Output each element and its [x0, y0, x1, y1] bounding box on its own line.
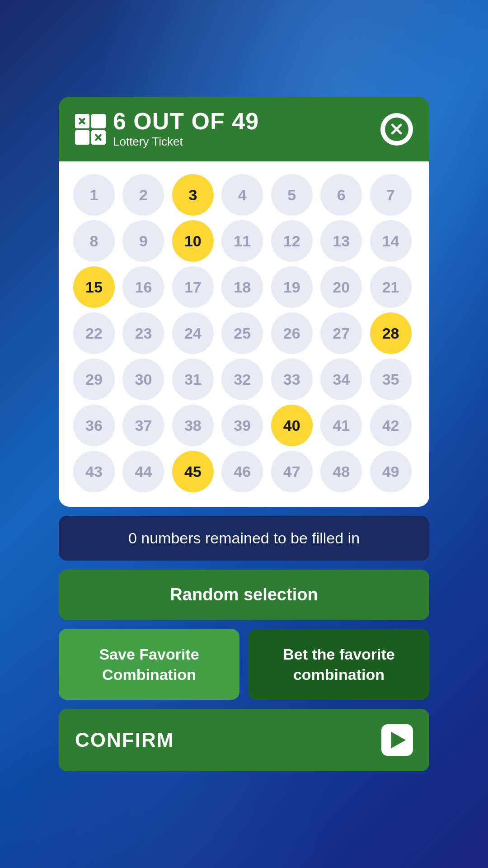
icon-cell-2: [91, 114, 106, 128]
status-text: 0 numbers remained to be filled in: [128, 529, 360, 547]
confirm-label: CONFIRM: [75, 729, 174, 751]
ticket-body: 1234567891011121314151617181920212223242…: [59, 161, 429, 507]
header-left: 6 OUT OF 49 Lottery Ticket: [75, 109, 259, 149]
number-cell-11[interactable]: 11: [221, 220, 263, 262]
bet-favorite-button[interactable]: Bet the favorite combination: [249, 629, 429, 699]
number-cell-6[interactable]: 6: [320, 174, 362, 216]
number-cell-45[interactable]: 45: [172, 451, 214, 492]
title-group: 6 OUT OF 49 Lottery Ticket: [113, 109, 259, 149]
random-selection-button[interactable]: Random selection: [59, 570, 429, 620]
number-cell-23[interactable]: 23: [122, 312, 164, 354]
save-favorite-button[interactable]: Save Favorite Combination: [59, 629, 239, 699]
number-cell-44[interactable]: 44: [122, 451, 164, 492]
number-cell-7[interactable]: 7: [370, 174, 412, 216]
number-cell-38[interactable]: 38: [172, 405, 214, 446]
number-cell-4[interactable]: 4: [221, 174, 263, 216]
number-cell-12[interactable]: 12: [271, 220, 313, 262]
number-cell-21[interactable]: 21: [370, 266, 412, 308]
number-cell-28[interactable]: 28: [370, 312, 412, 354]
number-cell-35[interactable]: 35: [370, 359, 412, 400]
game-subtitle: Lottery Ticket: [113, 135, 259, 149]
number-cell-16[interactable]: 16: [122, 266, 164, 308]
number-cell-3[interactable]: 3: [172, 174, 214, 216]
action-buttons: Save Favorite Combination Bet the favori…: [59, 629, 429, 699]
number-cell-19[interactable]: 19: [271, 266, 313, 308]
status-bar: 0 numbers remained to be filled in: [59, 516, 429, 561]
game-title: 6 OUT OF 49: [113, 109, 259, 133]
number-cell-13[interactable]: 13: [320, 220, 362, 262]
number-cell-24[interactable]: 24: [172, 312, 214, 354]
number-cell-34[interactable]: 34: [320, 359, 362, 400]
number-cell-36[interactable]: 36: [73, 405, 115, 446]
number-cell-30[interactable]: 30: [122, 359, 164, 400]
number-cell-10[interactable]: 10: [172, 220, 214, 262]
icon-cell-3: [75, 130, 89, 145]
number-cell-5[interactable]: 5: [271, 174, 313, 216]
play-triangle: [391, 732, 406, 748]
number-cell-25[interactable]: 25: [221, 312, 263, 354]
lottery-icon: [75, 114, 106, 145]
number-cell-32[interactable]: 32: [221, 359, 263, 400]
number-cell-43[interactable]: 43: [73, 451, 115, 492]
number-cell-20[interactable]: 20: [320, 266, 362, 308]
number-cell-46[interactable]: 46: [221, 451, 263, 492]
modal-header: 6 OUT OF 49 Lottery Ticket: [59, 97, 429, 161]
close-button[interactable]: [380, 113, 413, 146]
number-cell-33[interactable]: 33: [271, 359, 313, 400]
number-cell-1[interactable]: 1: [73, 174, 115, 216]
icon-cell-1: [75, 114, 89, 128]
number-cell-8[interactable]: 8: [73, 220, 115, 262]
number-cell-15[interactable]: 15: [73, 266, 115, 308]
number-cell-49[interactable]: 49: [370, 451, 412, 492]
number-cell-48[interactable]: 48: [320, 451, 362, 492]
number-cell-9[interactable]: 9: [122, 220, 164, 262]
number-cell-29[interactable]: 29: [73, 359, 115, 400]
confirm-button[interactable]: CONFIRM: [59, 709, 429, 771]
number-cell-22[interactable]: 22: [73, 312, 115, 354]
number-cell-17[interactable]: 17: [172, 266, 214, 308]
number-cell-27[interactable]: 27: [320, 312, 362, 354]
number-cell-2[interactable]: 2: [122, 174, 164, 216]
number-cell-41[interactable]: 41: [320, 405, 362, 446]
number-cell-39[interactable]: 39: [221, 405, 263, 446]
number-cell-18[interactable]: 18: [221, 266, 263, 308]
numbers-grid: 1234567891011121314151617181920212223242…: [73, 174, 415, 492]
icon-cell-4: [91, 130, 106, 145]
lottery-modal: 6 OUT OF 49 Lottery Ticket 1234567891011…: [59, 97, 429, 771]
number-cell-47[interactable]: 47: [271, 451, 313, 492]
number-cell-37[interactable]: 37: [122, 405, 164, 446]
number-cell-14[interactable]: 14: [370, 220, 412, 262]
number-cell-26[interactable]: 26: [271, 312, 313, 354]
number-cell-31[interactable]: 31: [172, 359, 214, 400]
close-icon: [385, 118, 408, 141]
play-icon: [381, 724, 413, 756]
number-cell-40[interactable]: 40: [271, 405, 313, 446]
number-cell-42[interactable]: 42: [370, 405, 412, 446]
